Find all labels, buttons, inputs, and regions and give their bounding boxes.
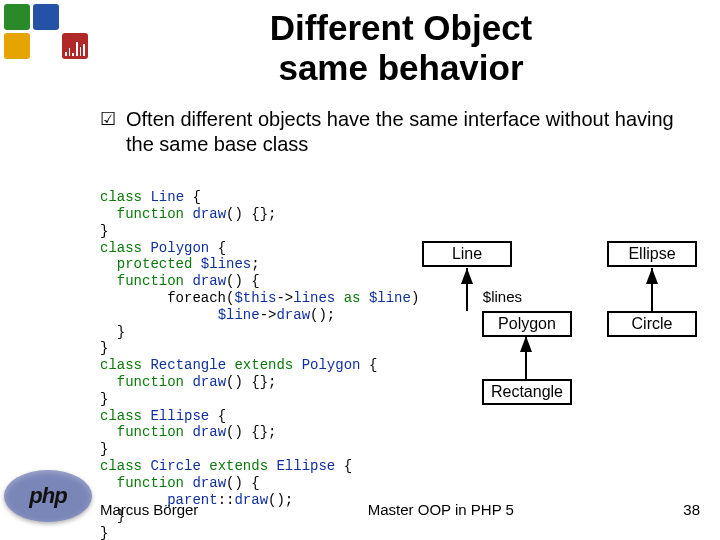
txt: (); bbox=[310, 307, 335, 323]
id: Polygon bbox=[302, 357, 369, 373]
id: Polygon bbox=[150, 240, 217, 256]
php-logo: php bbox=[4, 470, 92, 522]
txt: -> bbox=[260, 307, 277, 323]
bars-icon bbox=[65, 40, 85, 56]
bullet-text: Often different objects have the same in… bbox=[126, 107, 702, 157]
txt: () {}; bbox=[226, 424, 276, 440]
id: draw bbox=[192, 374, 226, 390]
id: draw bbox=[192, 206, 226, 222]
kw: class bbox=[100, 357, 150, 373]
txt: foreach( bbox=[100, 290, 234, 306]
diagram-box-rectangle: Rectangle bbox=[482, 379, 572, 405]
diagram-box-polygon: Polygon bbox=[482, 311, 572, 337]
footer-author: Marcus Börger bbox=[100, 501, 198, 518]
txt: } bbox=[100, 441, 108, 457]
kw: as bbox=[344, 290, 369, 306]
id: draw bbox=[192, 273, 226, 289]
txt: () {}; bbox=[226, 374, 276, 390]
txt: } bbox=[100, 525, 108, 540]
slide: php Different Object same behavior ☑ Oft… bbox=[0, 0, 720, 540]
checkbox-icon: ☑ bbox=[100, 109, 116, 131]
var: $this bbox=[234, 290, 276, 306]
txt: } bbox=[100, 324, 125, 340]
kw: extends bbox=[209, 458, 276, 474]
footer-center: Master OOP in PHP 5 bbox=[198, 501, 683, 518]
class-diagram: Line Ellipse Polygon Circle Rectangle $l… bbox=[402, 236, 702, 446]
diagram-box-line: Line bbox=[422, 241, 512, 267]
logo-square-orange bbox=[4, 33, 30, 59]
kw: function bbox=[100, 475, 192, 491]
diagram-box-ellipse: Ellipse bbox=[607, 241, 697, 267]
id: lines bbox=[293, 290, 343, 306]
id: Rectangle bbox=[150, 357, 234, 373]
txt bbox=[100, 307, 218, 323]
id: draw bbox=[192, 424, 226, 440]
kw: class bbox=[100, 240, 150, 256]
diagram-arrows bbox=[402, 236, 702, 446]
id: Line bbox=[150, 189, 192, 205]
txt: ; bbox=[251, 256, 259, 272]
txt: } bbox=[100, 340, 108, 356]
txt: { bbox=[218, 240, 226, 256]
kw: protected bbox=[100, 256, 201, 272]
id: Circle bbox=[150, 458, 209, 474]
logo-square-blue bbox=[33, 4, 59, 30]
footer: Marcus Börger Master OOP in PHP 5 38 bbox=[100, 501, 700, 518]
kw: function bbox=[100, 424, 192, 440]
txt: { bbox=[218, 408, 226, 424]
var: $line bbox=[218, 307, 260, 323]
bullet-row: ☑ Often different objects have the same … bbox=[100, 107, 702, 157]
footer-page: 38 bbox=[683, 501, 700, 518]
id: draw bbox=[192, 475, 226, 491]
txt: { bbox=[369, 357, 377, 373]
txt: { bbox=[192, 189, 200, 205]
slide-title: Different Object same behavior bbox=[100, 8, 702, 89]
kw: class bbox=[100, 189, 150, 205]
txt: { bbox=[344, 458, 352, 474]
txt: () { bbox=[226, 475, 260, 491]
id: draw bbox=[276, 307, 310, 323]
id: Ellipse bbox=[150, 408, 217, 424]
php-logo-text: php bbox=[29, 483, 66, 509]
kw: function bbox=[100, 273, 192, 289]
kw: class bbox=[100, 458, 150, 474]
txt: () {}; bbox=[226, 206, 276, 222]
txt: () { bbox=[226, 273, 260, 289]
txt: } bbox=[100, 391, 108, 407]
diagram-edge-label: $lines bbox=[470, 288, 522, 305]
diagram-box-circle: Circle bbox=[607, 311, 697, 337]
kw: function bbox=[100, 374, 192, 390]
kw: class bbox=[100, 408, 150, 424]
title-line-2: same behavior bbox=[278, 48, 523, 87]
kw: function bbox=[100, 206, 192, 222]
id: Ellipse bbox=[276, 458, 343, 474]
logo-square-red bbox=[62, 33, 88, 59]
title-line-1: Different Object bbox=[270, 8, 533, 47]
logo-grid bbox=[4, 4, 90, 59]
logo-square-green bbox=[4, 4, 30, 30]
txt: } bbox=[100, 223, 108, 239]
txt: -> bbox=[276, 290, 293, 306]
var: $lines bbox=[201, 256, 251, 272]
kw: extends bbox=[234, 357, 301, 373]
